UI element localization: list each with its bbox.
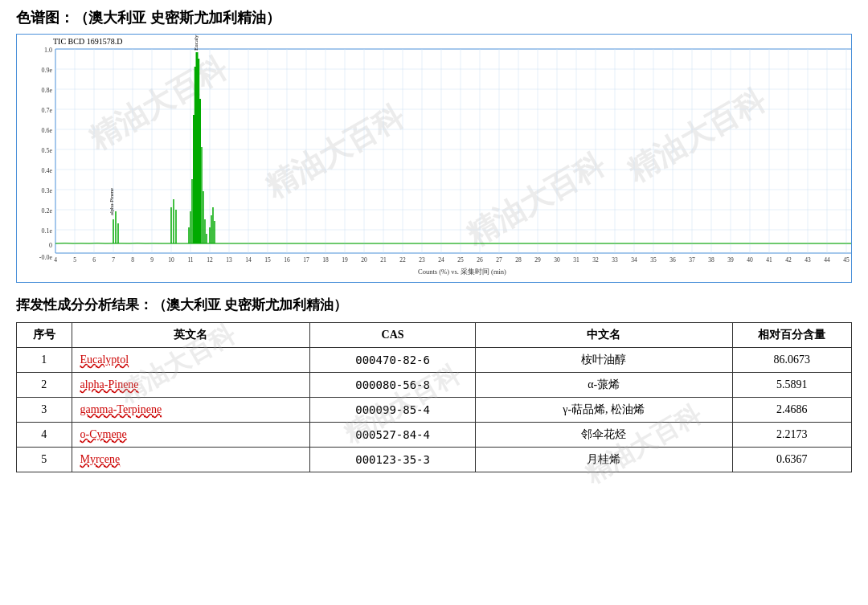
svg-text:13: 13 [226,256,232,264]
cell-id: 1 [17,348,72,373]
cell-en-name: alpha-Pinene [72,373,310,398]
svg-text:30: 30 [554,256,560,264]
svg-text:10: 10 [168,256,174,264]
svg-text:9: 9 [150,256,154,264]
cell-cas: 000527-84-4 [310,423,476,448]
cell-id: 2 [17,373,72,398]
cell-percent: 86.0673 [732,348,851,373]
svg-text:45: 45 [843,256,850,264]
col-header-id: 序号 [17,323,72,348]
svg-text:-0.0e: -0.0e [39,254,53,261]
svg-text:20: 20 [361,256,367,264]
svg-text:19: 19 [342,256,348,264]
cell-percent: 0.6367 [732,448,851,472]
svg-text:38: 38 [708,256,714,264]
cell-cas: 000099-85-4 [310,398,476,423]
svg-text:12: 12 [207,256,213,264]
results-table: 序号 英文名 CAS 中文名 相对百分含量 1Eucalyptol000470-… [16,322,852,472]
svg-text:37: 37 [689,256,695,264]
svg-text:34: 34 [631,256,637,264]
svg-text:36: 36 [669,256,676,264]
svg-text:7: 7 [112,256,115,264]
results-table-container: 精油大百科 精油大百科 精油大百科 序号 英文名 CAS 中文名 相对百分含量 … [16,322,852,472]
table-row: 5Myrcene000123-35-3月桂烯0.6367 [17,448,852,472]
chromatogram-svg: 1.0 0.9e 0.8e 0.7e 0.6e 0.5e 0.4e 0.3e 0… [17,35,851,282]
cell-percent: 2.4686 [732,398,851,423]
svg-text:28: 28 [515,256,522,264]
svg-text:15: 15 [264,256,271,264]
cell-cas: 000080-56-8 [310,373,476,398]
svg-text:0.3e: 0.3e [41,187,52,194]
svg-text:39: 39 [727,256,734,264]
cell-cas: 000470-82-6 [310,348,476,373]
svg-text:24: 24 [438,256,444,264]
cell-en-name: o-Cymene [72,423,310,448]
svg-text:11: 11 [187,256,193,264]
cell-en-name: Eucalyptol [72,348,310,373]
svg-text:18: 18 [322,256,329,264]
table-row: 4o-Cymene000527-84-4邻伞花烃2.2173 [17,423,852,448]
svg-text:0: 0 [49,242,52,249]
svg-text:29: 29 [534,256,541,264]
cell-en-name: gamma-Terpinene [72,398,310,423]
svg-text:17: 17 [303,256,309,264]
chromatogram-title: 色谱图：（澳大利亚 史密斯尤加利精油） [16,8,852,27]
svg-text:31: 31 [573,256,579,264]
svg-text:1.0: 1.0 [44,47,52,54]
cell-en-name: Myrcene [72,448,310,472]
svg-text:0.6e: 0.6e [41,127,52,134]
cell-id: 5 [17,448,72,472]
col-header-pct: 相对百分含量 [732,323,851,348]
col-header-cas: CAS [310,323,476,348]
table-header-row: 序号 英文名 CAS 中文名 相对百分含量 [17,323,852,348]
cell-percent: 2.2173 [732,423,851,448]
cell-cn-name: 桉叶油醇 [475,348,732,373]
chromatogram-chart: 精油大百科 精油大百科 精油大百科 精油大百科 TIC BCD 1691578.… [16,34,852,283]
svg-text:14: 14 [245,256,252,264]
table-row: 2alpha-Pinene000080-56-8α-蒎烯5.5891 [17,373,852,398]
svg-text:32: 32 [592,256,599,264]
svg-text:26: 26 [477,256,483,264]
svg-text:8: 8 [131,256,134,264]
svg-text:16: 16 [284,256,290,264]
svg-text:35: 35 [650,256,657,264]
svg-text:22: 22 [399,256,406,264]
col-header-en: 英文名 [72,323,310,348]
cell-cn-name: γ-萜品烯, 松油烯 [475,398,732,423]
svg-text:0.8e: 0.8e [41,87,52,94]
svg-text:40: 40 [747,256,753,264]
svg-text:41: 41 [766,256,772,264]
cell-id: 4 [17,423,72,448]
svg-text:44: 44 [824,256,830,264]
table-row: 3gamma-Terpinene000099-85-4γ-萜品烯, 松油烯2.4… [17,398,852,423]
analysis-title: 挥发性成分分析结果：（澳大利亚 史密斯尤加利精油） [16,296,852,314]
svg-text:6: 6 [92,256,96,264]
svg-text:0.7e: 0.7e [41,107,52,114]
svg-text:21: 21 [380,256,387,264]
chromatogram-section: 色谱图：（澳大利亚 史密斯尤加利精油） 精油大百科 精油大百科 精油大百科 精油… [16,8,852,283]
svg-text:0.5e: 0.5e [41,147,52,154]
svg-text:43: 43 [805,256,811,264]
svg-text:25: 25 [457,256,464,264]
cell-id: 3 [17,398,72,423]
table-row: 1Eucalyptol000470-82-6桉叶油醇86.0673 [17,348,852,373]
svg-text:5: 5 [73,256,76,264]
svg-text:0.2e: 0.2e [41,207,52,215]
svg-text:alpha-Pinene: alpha-Pinene [108,188,114,215]
svg-text:23: 23 [419,256,425,264]
svg-text:Counts (%) vs. 采集时间 (min): Counts (%) vs. 采集时间 (min) [418,268,506,276]
svg-text:42: 42 [785,256,792,264]
cell-cn-name: 邻伞花烃 [475,423,732,448]
analysis-section: 挥发性成分分析结果：（澳大利亚 史密斯尤加利精油） 精油大百科 精油大百科 精油… [16,296,852,472]
svg-text:0.9e: 0.9e [41,67,52,74]
col-header-cn: 中文名 [475,323,732,348]
svg-text:Eucalyptol: Eucalyptol [193,35,199,51]
svg-text:4: 4 [54,256,57,264]
svg-text:0.4e: 0.4e [41,167,52,174]
cell-cn-name: α-蒎烯 [475,373,732,398]
cell-cn-name: 月桂烯 [475,448,732,472]
cell-cas: 000123-35-3 [310,448,476,472]
cell-percent: 5.5891 [732,373,851,398]
svg-text:0.1e: 0.1e [41,227,52,235]
svg-text:27: 27 [496,256,502,264]
